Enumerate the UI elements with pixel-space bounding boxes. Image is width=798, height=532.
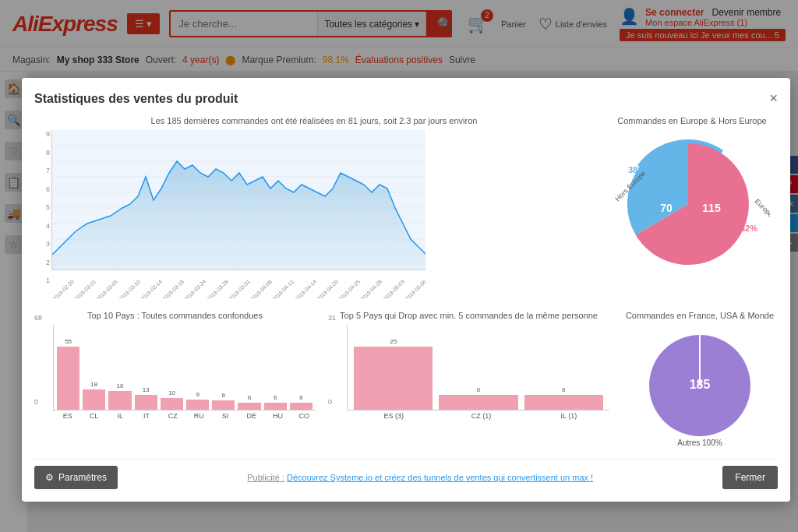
x-label-2019-03-10: 2019-03-10 — [118, 279, 141, 298]
statistics-modal: Statistiques des ventes du produit × Les… — [22, 78, 790, 502]
y-label-2: 2 — [34, 259, 50, 266]
params-button[interactable]: ⚙ Paramètres — [34, 466, 118, 489]
monde-pie-wrapper: 185 Autres 100% — [622, 325, 778, 449]
bar-xlabel-it: IT — [135, 412, 158, 420]
line-chart-title: Les 185 dernières commandes ont été réal… — [34, 116, 594, 125]
top-charts-row: Les 185 dernières commandes ont été réal… — [34, 116, 778, 298]
bar2-xlabel-cz: CZ (1) — [440, 412, 521, 420]
x-label-2019-04-06: 2019-04-06 — [249, 279, 273, 298]
modal-header: Statistiques des ventes du produit × — [34, 90, 778, 107]
modal-footer: ⚙ Paramètres Publicité : Découvrez Syste… — [34, 459, 778, 489]
svg-text:Autres 100%: Autres 100% — [677, 439, 722, 447]
svg-text:Europe: Europe — [754, 197, 770, 219]
y-label-4: 4 — [34, 222, 50, 230]
europe-pie-chart-area: Commandes en Europe & Hors Europe — [606, 116, 778, 298]
bar1-y-max: 68 — [34, 314, 42, 322]
bar-xlabel-cz: CZ — [161, 412, 185, 420]
x-label-2019-04-25: 2019-04-25 — [337, 279, 361, 298]
line-chart-area: Les 185 dernières commandes ont été réal… — [34, 116, 594, 298]
ad-link[interactable]: Découvrez Systeme.io et créez des tunnel… — [287, 473, 593, 482]
bar-xlabel-si: SI — [214, 412, 237, 420]
line-chart-svg — [51, 130, 425, 270]
bar2-y-max: 31 — [328, 314, 336, 322]
x-label-2019-03-14: 2019-03-14 — [139, 279, 163, 298]
bar-item-co: 6 — [290, 394, 312, 410]
ad-section: Publicité : Découvrez Systeme.io et crée… — [247, 473, 593, 482]
bar-xlabel-es: ES — [56, 412, 79, 420]
x-label-2019-04-28: 2019-04-28 — [359, 279, 383, 298]
x-label-2019-03-18: 2019-03-18 — [161, 279, 185, 298]
europe-pie-title: Commandes en Europe & Hors Europe — [606, 116, 778, 125]
bar1-y-zero: 0 — [34, 398, 38, 406]
svg-text:115: 115 — [702, 202, 721, 214]
x-label-2019-04-11: 2019-04-11 — [271, 279, 295, 298]
bar-item-si: 8 — [212, 392, 235, 410]
bar-item-il: 16 — [108, 382, 131, 410]
europe-pie-wrapper: 70 115 38% 62% Hors Europe Europe — [606, 130, 778, 270]
x-label-2019-04-20: 2019-04-20 — [316, 279, 339, 298]
top5-bar-title: Top 5 Pays qui Drop avec min. 5 commande… — [328, 311, 609, 320]
svg-text:70: 70 — [660, 202, 673, 214]
y-label-7: 7 — [34, 167, 50, 174]
params-label: Paramètres — [58, 472, 107, 483]
top10-bar-chart-area: Top 10 Pays : Toutes commandes confondue… — [34, 311, 316, 449]
bar-item-cz: 10 — [161, 389, 183, 410]
close-modal-button[interactable]: Fermer — [722, 466, 778, 489]
bar-item-de: 6 — [238, 394, 260, 410]
bottom-charts-row: Top 10 Pays : Toutes commandes confondue… — [34, 311, 778, 449]
x-label-2019-03-28: 2019-03-28 — [206, 279, 229, 298]
bar-xlabel-co: CO — [292, 412, 316, 420]
modal-close-button[interactable]: × — [769, 90, 778, 107]
bar-xlabel-ru: RU — [188, 412, 211, 420]
bar2-item-cz: 6 — [439, 386, 517, 410]
bar-xlabel-hu: HU — [267, 412, 290, 420]
x-label-2019-03-31: 2019-03-31 — [228, 279, 251, 298]
x-label-2019-03-05: 2019-03-05 — [95, 279, 118, 298]
y-label-9: 9 — [34, 130, 50, 138]
bar-item-es: 55 — [57, 338, 79, 410]
x-label-2019-03-01: 2019-03-01 — [73, 279, 97, 298]
bar-xlabel-cl: CL — [83, 412, 106, 420]
gear-icon: ⚙ — [45, 472, 54, 483]
bar2-item-es: 25 — [354, 338, 433, 410]
bar2-xlabel-es: ES (3) — [353, 412, 434, 420]
bar2-xlabel-il: IL (1) — [528, 412, 609, 420]
x-label-2019-04-14: 2019-04-14 — [294, 279, 317, 298]
svg-text:185: 185 — [690, 378, 711, 391]
bar2-y-zero: 0 — [328, 398, 332, 406]
bar-item-cl: 18 — [83, 381, 105, 410]
y-label-8: 8 — [34, 149, 50, 157]
top10-bar-title: Top 10 Pays : Toutes commandes confondue… — [34, 311, 316, 320]
monde-pie-chart-area: Commandes en France, USA & Monde 185 Aut… — [622, 311, 778, 449]
x-label-2019-05-06: 2019-05-06 — [404, 279, 425, 298]
monde-pie-svg: 185 Autres 100% — [634, 325, 766, 449]
monde-pie-title: Commandes en France, USA & Monde — [622, 311, 778, 320]
svg-text:62%: 62% — [740, 224, 757, 233]
y-label-6: 6 — [34, 185, 50, 193]
bar-item-ru: 9 — [186, 391, 209, 410]
top5-bar-chart-area: Top 5 Pays qui Drop avec min. 5 commande… — [328, 311, 609, 449]
x-label-2019-05-03: 2019-05-03 — [382, 279, 405, 298]
ad-label: Publicité : — [247, 473, 284, 482]
modal-title: Statistiques des ventes du produit — [34, 92, 238, 106]
bar2-item-il: 6 — [524, 386, 603, 410]
bar-xlabel-il: IL — [108, 412, 132, 420]
y-label-1: 1 — [34, 277, 50, 284]
y-label-5: 5 — [34, 203, 50, 211]
bar-item-hu: 6 — [264, 394, 287, 410]
x-label-2019-02-20: 2019-02-20 — [51, 279, 75, 298]
europe-pie-svg: 70 115 38% 62% Hors Europe Europe — [614, 130, 770, 270]
bar-xlabel-de: DE — [240, 412, 263, 420]
x-label-2019-03-24: 2019-03-24 — [183, 279, 207, 298]
y-label-3: 3 — [34, 240, 50, 248]
bar-item-it: 13 — [135, 386, 157, 410]
